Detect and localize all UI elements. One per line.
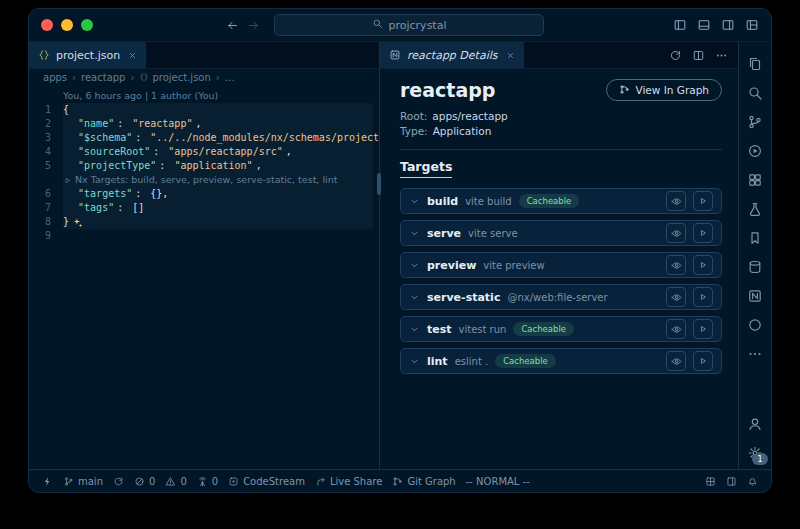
activity-debug-button[interactable] bbox=[747, 143, 763, 159]
search-icon bbox=[747, 85, 763, 101]
activity-files-button[interactable] bbox=[747, 56, 763, 72]
view-target-button[interactable] bbox=[666, 287, 686, 307]
remote-icon bbox=[42, 476, 53, 487]
expand-target-button[interactable] bbox=[409, 260, 420, 271]
notification-badge: 1 bbox=[752, 453, 768, 465]
activity-settings-button[interactable]: 1 bbox=[747, 445, 763, 461]
status-columns[interactable] bbox=[721, 470, 742, 492]
line-number[interactable]: 6 bbox=[29, 187, 63, 201]
titlebar-sidebar-left-button[interactable] bbox=[673, 18, 687, 32]
target-row-test[interactable]: testvitest runCacheable bbox=[400, 316, 722, 342]
code-line[interactable]: "projectType": "application", bbox=[63, 159, 262, 173]
json-file-icon bbox=[38, 49, 50, 61]
status-grid[interactable] bbox=[700, 470, 721, 492]
target-row-preview[interactable]: previewvite preview bbox=[400, 252, 722, 278]
activity-extensions-button[interactable] bbox=[747, 172, 763, 188]
editor-action-refresh-button[interactable] bbox=[669, 49, 682, 62]
close-tab-icon[interactable] bbox=[506, 51, 515, 60]
activity-source-control-button[interactable] bbox=[747, 114, 763, 130]
expand-target-button[interactable] bbox=[409, 196, 420, 207]
titlebar-sidebar-right-button[interactable] bbox=[721, 18, 735, 32]
target-row-build[interactable]: buildvite buildCacheable bbox=[400, 188, 722, 214]
line-number[interactable]: 5 bbox=[29, 159, 63, 173]
status-sync[interactable] bbox=[108, 470, 129, 492]
code-editor[interactable]: You, 6 hours ago | 1 author (You)1{2 "na… bbox=[29, 85, 379, 469]
view-in-graph-button[interactable]: View In Graph bbox=[606, 79, 722, 101]
line-number[interactable]: 2 bbox=[29, 117, 63, 131]
expand-target-button[interactable] bbox=[409, 324, 420, 335]
run-target-button[interactable] bbox=[693, 319, 713, 339]
status-error[interactable]: 0 bbox=[129, 470, 160, 492]
zoom-window-button[interactable] bbox=[81, 19, 93, 31]
view-target-button[interactable] bbox=[666, 351, 686, 371]
activity-database-button[interactable] bbox=[747, 259, 763, 275]
activity-more-button[interactable] bbox=[747, 346, 763, 362]
code-line[interactable]: "sourceRoot": "apps/reactapp/src", bbox=[63, 145, 292, 159]
tab-project-json[interactable]: project.json bbox=[29, 42, 146, 68]
expand-target-button[interactable] bbox=[409, 228, 420, 239]
status-liveshare[interactable]: Live Share bbox=[310, 470, 387, 492]
activity-nx-button[interactable] bbox=[747, 288, 763, 304]
status-bell[interactable] bbox=[742, 470, 763, 492]
view-target-button[interactable] bbox=[666, 223, 686, 243]
code-line[interactable]: "$schema": "../../node_modules/nx/schema… bbox=[63, 131, 379, 145]
code-line[interactable]: "name": "reactapp", bbox=[63, 117, 201, 131]
titlebar-layout-button[interactable] bbox=[745, 18, 759, 32]
status-warning[interactable]: 0 bbox=[160, 470, 191, 492]
target-row-lint[interactable]: linteslint .Cacheable bbox=[400, 348, 722, 374]
line-number[interactable]: 9 bbox=[29, 229, 63, 243]
activity-bookmarks-button[interactable] bbox=[747, 230, 763, 246]
target-row-serve-static[interactable]: serve-static@nx/web:file-server bbox=[400, 284, 722, 310]
status-remote[interactable] bbox=[37, 470, 58, 492]
status-branch[interactable]: main bbox=[58, 470, 108, 492]
code-line[interactable]: "targets": {}, bbox=[63, 187, 168, 201]
editor-action-split-button[interactable] bbox=[692, 49, 705, 62]
activity-search-button[interactable] bbox=[747, 85, 763, 101]
line-number[interactable]: 4 bbox=[29, 145, 63, 159]
run-target-button[interactable] bbox=[693, 351, 713, 371]
view-target-button[interactable] bbox=[666, 191, 686, 211]
minimize-window-button[interactable] bbox=[61, 19, 73, 31]
breadcrumb-item-apps[interactable]: apps bbox=[43, 72, 67, 83]
titlebar-panel-bottom-button[interactable] bbox=[697, 18, 711, 32]
line-number[interactable]: 7 bbox=[29, 201, 63, 215]
run-target-button[interactable] bbox=[693, 223, 713, 243]
play-icon bbox=[698, 260, 708, 270]
activity-circle-button[interactable] bbox=[747, 317, 763, 333]
run-target-button[interactable] bbox=[693, 287, 713, 307]
code-line[interactable]: { bbox=[63, 103, 69, 117]
forward-button[interactable] bbox=[247, 19, 260, 32]
code-line[interactable]: "tags": [] bbox=[63, 201, 144, 215]
line-number[interactable]: 8 bbox=[29, 215, 63, 229]
activity-testing-button[interactable] bbox=[747, 201, 763, 217]
git-blame-annotation[interactable]: You, 6 hours ago | 1 author (You) bbox=[63, 89, 218, 103]
breadcrumb-item-reactapp[interactable]: reactapp bbox=[81, 72, 125, 83]
status-vim-mode[interactable]: -- NORMAL -- bbox=[461, 470, 535, 492]
expand-target-button[interactable] bbox=[409, 292, 420, 303]
run-target-button[interactable] bbox=[693, 191, 713, 211]
nx-targets-codelens[interactable]: Nx Targets: build, serve, preview, serve… bbox=[63, 173, 337, 187]
pane-resize-handle[interactable] bbox=[377, 173, 381, 195]
breadcrumb-item-project.json[interactable]: project.json bbox=[139, 72, 210, 83]
breadcrumb-item-[interactable]: … bbox=[225, 72, 235, 83]
view-target-button[interactable] bbox=[666, 255, 686, 275]
view-target-button[interactable] bbox=[666, 319, 686, 339]
close-window-button[interactable] bbox=[41, 19, 53, 31]
code-line[interactable]: } bbox=[63, 215, 83, 229]
status-gitgraph[interactable]: Git Graph bbox=[387, 470, 460, 492]
line-number[interactable]: 1 bbox=[29, 103, 63, 117]
status-codestream[interactable]: CodeStream bbox=[223, 470, 310, 492]
run-target-button[interactable] bbox=[693, 255, 713, 275]
back-button[interactable] bbox=[226, 19, 239, 32]
editor-action-more-button[interactable] bbox=[715, 49, 728, 62]
activity-account-button[interactable] bbox=[747, 416, 763, 432]
line-number[interactable]: 3 bbox=[29, 131, 63, 145]
editor-actions bbox=[659, 42, 738, 68]
close-tab-icon[interactable] bbox=[128, 51, 137, 60]
status-tower[interactable]: 0 bbox=[192, 470, 223, 492]
grid-icon bbox=[705, 476, 716, 487]
command-center-search[interactable]: projcrystal bbox=[274, 14, 544, 36]
target-row-serve[interactable]: servevite serve bbox=[400, 220, 722, 246]
tab-reactapp-details[interactable]: reactapp Details bbox=[380, 42, 524, 68]
expand-target-button[interactable] bbox=[409, 356, 420, 367]
